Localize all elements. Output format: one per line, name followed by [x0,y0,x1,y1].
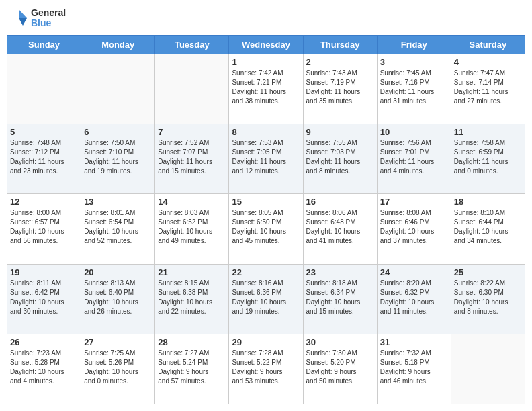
weekday-row: SundayMondayTuesdayWednesdayThursdayFrid… [7,36,525,54]
weekday-header-tuesday: Tuesday [155,36,229,54]
day-info: Sunrise: 7:58 AM Sunset: 6:59 PM Dayligh… [454,138,522,176]
calendar-header: SundayMondayTuesdayWednesdayThursdayFrid… [7,36,525,54]
day-number: 13 [84,197,152,207]
calendar-cell: 27Sunrise: 7:25 AM Sunset: 5:26 PM Dayli… [81,334,155,404]
day-number: 1 [232,57,300,67]
day-info: Sunrise: 8:13 AM Sunset: 6:40 PM Dayligh… [84,279,152,316]
day-info: Sunrise: 8:06 AM Sunset: 6:48 PM Dayligh… [306,208,374,246]
calendar-cell: 10Sunrise: 7:56 AM Sunset: 7:01 PM Dayli… [377,124,451,194]
weekday-header-wednesday: Wednesday [229,36,303,54]
calendar-cell: 31Sunrise: 7:32 AM Sunset: 5:18 PM Dayli… [377,334,451,404]
day-number: 22 [232,267,300,277]
day-info: Sunrise: 7:55 AM Sunset: 7:03 PM Dayligh… [306,138,374,176]
calendar-week-4: 26Sunrise: 7:23 AM Sunset: 5:28 PM Dayli… [7,334,525,404]
day-number: 8 [232,127,300,137]
day-number: 3 [380,57,448,67]
day-number: 16 [306,197,374,207]
day-info: Sunrise: 7:47 AM Sunset: 7:14 PM Dayligh… [454,68,522,106]
calendar-cell: 9Sunrise: 7:55 AM Sunset: 7:03 PM Daylig… [303,124,377,194]
day-number: 28 [158,337,226,347]
calendar-table: SundayMondayTuesdayWednesdayThursdayFrid… [7,35,525,404]
day-info: Sunrise: 8:15 AM Sunset: 6:38 PM Dayligh… [158,279,226,316]
weekday-header-friday: Friday [377,36,451,54]
weekday-header-saturday: Saturday [451,36,525,54]
calendar-cell: 8Sunrise: 7:53 AM Sunset: 7:05 PM Daylig… [229,124,303,194]
day-info: Sunrise: 7:27 AM Sunset: 5:24 PM Dayligh… [158,349,226,386]
day-number: 29 [232,337,300,347]
day-number: 31 [380,337,448,347]
day-number: 4 [454,57,522,67]
day-number: 15 [232,197,300,207]
day-number: 14 [158,197,226,207]
calendar-cell: 28Sunrise: 7:27 AM Sunset: 5:24 PM Dayli… [155,334,229,404]
day-info: Sunrise: 8:00 AM Sunset: 6:57 PM Dayligh… [10,208,78,246]
day-number: 9 [306,127,374,137]
day-info: Sunrise: 8:10 AM Sunset: 6:44 PM Dayligh… [454,208,522,246]
calendar-cell: 16Sunrise: 8:06 AM Sunset: 6:48 PM Dayli… [303,194,377,264]
svg-marker-0 [19,9,27,18]
svg-marker-1 [19,18,27,26]
calendar-cell: 20Sunrise: 8:13 AM Sunset: 6:40 PM Dayli… [81,264,155,334]
day-number: 25 [454,267,522,277]
calendar-week-1: 5Sunrise: 7:48 AM Sunset: 7:12 PM Daylig… [7,124,525,194]
day-number: 12 [10,197,78,207]
day-info: Sunrise: 7:43 AM Sunset: 7:19 PM Dayligh… [306,68,374,106]
day-number: 19 [10,267,78,277]
calendar-cell: 15Sunrise: 8:05 AM Sunset: 6:50 PM Dayli… [229,194,303,264]
calendar-cell: 5Sunrise: 7:48 AM Sunset: 7:12 PM Daylig… [7,124,81,194]
header: GeneralBlue [7,7,525,30]
weekday-header-thursday: Thursday [303,36,377,54]
day-number: 18 [454,197,522,207]
day-info: Sunrise: 7:50 AM Sunset: 7:10 PM Dayligh… [84,138,152,176]
calendar-cell [155,54,229,124]
calendar-week-2: 12Sunrise: 8:00 AM Sunset: 6:57 PM Dayli… [7,194,525,264]
day-info: Sunrise: 8:05 AM Sunset: 6:50 PM Dayligh… [232,208,300,246]
day-info: Sunrise: 7:45 AM Sunset: 7:16 PM Dayligh… [380,68,448,106]
day-number: 10 [380,127,448,137]
day-number: 6 [84,127,152,137]
calendar-cell: 3Sunrise: 7:45 AM Sunset: 7:16 PM Daylig… [377,54,451,124]
day-info: Sunrise: 7:56 AM Sunset: 7:01 PM Dayligh… [380,138,448,176]
day-info: Sunrise: 7:53 AM Sunset: 7:05 PM Dayligh… [232,138,300,176]
day-info: Sunrise: 7:42 AM Sunset: 7:21 PM Dayligh… [232,68,300,106]
weekday-header-monday: Monday [81,36,155,54]
calendar-cell: 30Sunrise: 7:30 AM Sunset: 5:20 PM Dayli… [303,334,377,404]
calendar-cell: 26Sunrise: 7:23 AM Sunset: 5:28 PM Dayli… [7,334,81,404]
logo-text: GeneralBlue [31,8,66,29]
day-number: 27 [84,337,152,347]
calendar-cell: 18Sunrise: 8:10 AM Sunset: 6:44 PM Dayli… [451,194,525,264]
day-info: Sunrise: 7:23 AM Sunset: 5:28 PM Dayligh… [10,349,78,386]
day-number: 11 [454,127,522,137]
calendar-cell: 13Sunrise: 8:01 AM Sunset: 6:54 PM Dayli… [81,194,155,264]
calendar-cell: 22Sunrise: 8:16 AM Sunset: 6:36 PM Dayli… [229,264,303,334]
logo: GeneralBlue [7,7,66,30]
day-number: 2 [306,57,374,67]
day-info: Sunrise: 7:32 AM Sunset: 5:18 PM Dayligh… [380,349,448,386]
calendar-body: 1Sunrise: 7:42 AM Sunset: 7:21 PM Daylig… [7,54,525,404]
day-number: 5 [10,127,78,137]
day-number: 17 [380,197,448,207]
calendar-week-0: 1Sunrise: 7:42 AM Sunset: 7:21 PM Daylig… [7,54,525,124]
calendar-cell: 7Sunrise: 7:52 AM Sunset: 7:07 PM Daylig… [155,124,229,194]
day-info: Sunrise: 7:28 AM Sunset: 5:22 PM Dayligh… [232,349,300,386]
calendar-cell: 25Sunrise: 8:22 AM Sunset: 6:30 PM Dayli… [451,264,525,334]
calendar-cell [7,54,81,124]
calendar-cell: 12Sunrise: 8:00 AM Sunset: 6:57 PM Dayli… [7,194,81,264]
day-number: 30 [306,337,374,347]
day-info: Sunrise: 7:48 AM Sunset: 7:12 PM Dayligh… [10,138,78,176]
day-info: Sunrise: 7:25 AM Sunset: 5:26 PM Dayligh… [84,349,152,386]
calendar-cell: 11Sunrise: 7:58 AM Sunset: 6:59 PM Dayli… [451,124,525,194]
calendar-cell: 17Sunrise: 8:08 AM Sunset: 6:46 PM Dayli… [377,194,451,264]
calendar-cell [81,54,155,124]
calendar-cell: 4Sunrise: 7:47 AM Sunset: 7:14 PM Daylig… [451,54,525,124]
calendar-cell: 6Sunrise: 7:50 AM Sunset: 7:10 PM Daylig… [81,124,155,194]
day-number: 20 [84,267,152,277]
calendar-cell: 14Sunrise: 8:03 AM Sunset: 6:52 PM Dayli… [155,194,229,264]
calendar-cell: 1Sunrise: 7:42 AM Sunset: 7:21 PM Daylig… [229,54,303,124]
calendar-cell: 23Sunrise: 8:18 AM Sunset: 6:34 PM Dayli… [303,264,377,334]
day-info: Sunrise: 8:16 AM Sunset: 6:36 PM Dayligh… [232,279,300,316]
page-container: GeneralBlue SundayMondayTuesdayWednesday… [0,0,532,411]
day-info: Sunrise: 7:30 AM Sunset: 5:20 PM Dayligh… [306,349,374,386]
calendar-cell: 29Sunrise: 7:28 AM Sunset: 5:22 PM Dayli… [229,334,303,404]
day-number: 21 [158,267,226,277]
